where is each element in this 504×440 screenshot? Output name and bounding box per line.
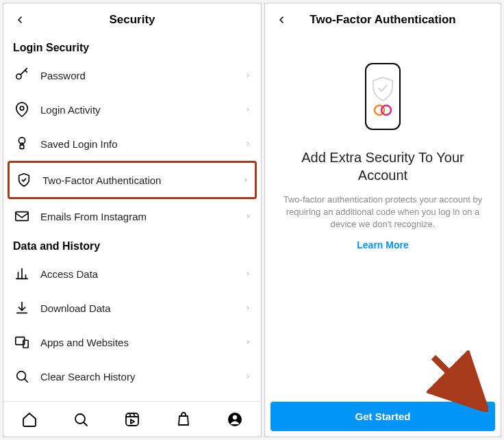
learn-more-link[interactable]: Learn More [357, 240, 408, 250]
row-login-activity[interactable]: Login Activity [3, 92, 261, 127]
chevron-right-icon [244, 337, 251, 347]
get-started-button[interactable]: Get Started [270, 402, 495, 431]
row-two-factor-authentication[interactable]: Two-Factor Authentication [8, 161, 257, 199]
nav-search[interactable] [71, 409, 91, 430]
svg-point-3 [20, 106, 24, 110]
page-title: Two-Factor Authentication [273, 13, 492, 27]
svg-rect-19 [126, 413, 138, 426]
chevron-right-icon [242, 175, 249, 185]
row-label: Download Data [40, 302, 244, 314]
svg-point-25 [233, 415, 237, 419]
phone-illustration [359, 62, 407, 131]
row-emails-from-instagram[interactable]: Emails From Instagram [3, 199, 261, 233]
row-label: Login Activity [40, 104, 244, 116]
chevron-right-icon [244, 70, 251, 80]
location-pin-icon [13, 101, 31, 118]
nav-reels[interactable] [122, 409, 142, 430]
chevron-right-icon [244, 372, 251, 381]
svg-marker-23 [131, 419, 134, 424]
mail-icon [13, 207, 31, 225]
two-factor-panel: Two-Factor Authentication Add Extra Secu… [264, 3, 501, 437]
shop-bag-icon [175, 411, 192, 428]
person-lock-icon [13, 135, 31, 153]
download-icon [13, 299, 31, 317]
svg-line-2 [25, 70, 27, 73]
header: Two-Factor Authentication [265, 3, 501, 35]
security-settings-panel: Security Login Security Password Login A… [3, 3, 262, 437]
row-label: Two-Factor Authentication [42, 174, 242, 186]
nav-shop[interactable] [173, 409, 194, 430]
svg-rect-5 [20, 145, 24, 149]
bottom-nav [3, 401, 261, 437]
chevron-right-icon [244, 303, 251, 313]
chevron-right-icon [244, 105, 251, 114]
row-clear-search-history[interactable]: Clear Search History [3, 359, 261, 393]
shield-check-icon [15, 171, 33, 189]
row-label: Clear Search History [40, 371, 244, 383]
row-access-data[interactable]: Access Data [3, 257, 261, 291]
svg-rect-6 [16, 212, 28, 221]
row-saved-login-info[interactable]: Saved Login Info [3, 127, 261, 161]
nav-home[interactable] [19, 409, 40, 430]
row-password[interactable]: Password [3, 58, 261, 92]
chevron-right-icon [244, 211, 251, 221]
hero-body: Two-factor authentication protects your … [281, 194, 484, 231]
row-label: Saved Login Info [40, 138, 244, 150]
hero: Add Extra Security To Your Account Two-f… [265, 35, 501, 396]
devices-icon [13, 333, 31, 351]
row-label: Password [40, 70, 244, 81]
section-login-security: Login Security [3, 35, 261, 58]
header: Security [3, 3, 261, 35]
chevron-right-icon [244, 139, 251, 148]
search-icon [13, 367, 31, 385]
search-icon [73, 411, 89, 428]
page-title: Security [12, 13, 253, 27]
svg-line-16 [25, 379, 28, 383]
row-label: Emails From Instagram [40, 211, 244, 222]
key-icon [13, 66, 31, 84]
home-icon [21, 411, 38, 428]
reels-icon [124, 411, 140, 428]
bar-chart-icon [13, 265, 31, 283]
section-data-history: Data and History [3, 233, 261, 257]
row-label: Access Data [40, 268, 244, 280]
profile-icon [227, 411, 243, 428]
row-apps-websites[interactable]: Apps and Websites [3, 325, 261, 359]
hero-heading: Add Extra Security To Your Account [281, 148, 484, 184]
chevron-right-icon [244, 269, 251, 279]
svg-line-18 [84, 422, 87, 426]
row-download-data[interactable]: Download Data [3, 291, 261, 325]
nav-profile[interactable] [225, 409, 245, 430]
row-label: Apps and Websites [40, 337, 244, 348]
